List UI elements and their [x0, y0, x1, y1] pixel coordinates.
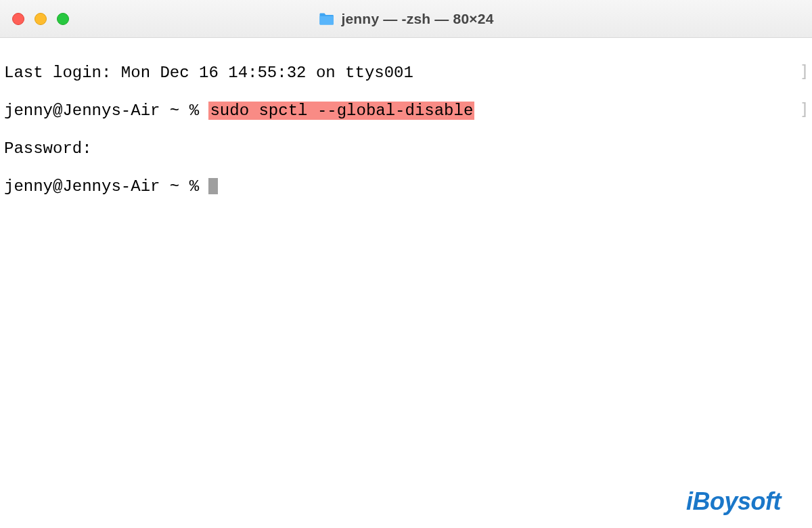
current-prompt-line: jenny@Jennys-Air ~ % — [4, 177, 808, 196]
watermark-logo: iBoysoft — [686, 487, 781, 516]
password-prompt-line: Password: — [4, 139, 808, 158]
bracket-indicator: ] — [800, 100, 809, 119]
minimize-button[interactable] — [35, 13, 47, 25]
window-controls — [12, 13, 69, 25]
maximize-button[interactable] — [57, 13, 69, 25]
close-button[interactable] — [12, 13, 24, 25]
bracket-indicator: ] — [800, 62, 809, 81]
cursor — [208, 178, 218, 194]
window-titlebar: jenny — -zsh — 80×24 — [0, 0, 812, 38]
prompt-1: jenny@Jennys-Air ~ % — [4, 102, 208, 120]
window-title: jenny — -zsh — 80×24 — [318, 11, 493, 27]
last-login-line: Last login: Mon Dec 16 14:55:32 on ttys0… — [4, 64, 808, 83]
command-line: jenny@Jennys-Air ~ % sudo spctl --global… — [4, 102, 808, 120]
entered-command: sudo spctl --global-disable — [208, 102, 474, 120]
prompt-2: jenny@Jennys-Air ~ % — [4, 177, 208, 196]
folder-icon — [318, 12, 334, 26]
terminal-content[interactable]: Last login: Mon Dec 16 14:55:32 on ttys0… — [0, 38, 812, 222]
window-title-text: jenny — -zsh — 80×24 — [341, 11, 493, 27]
